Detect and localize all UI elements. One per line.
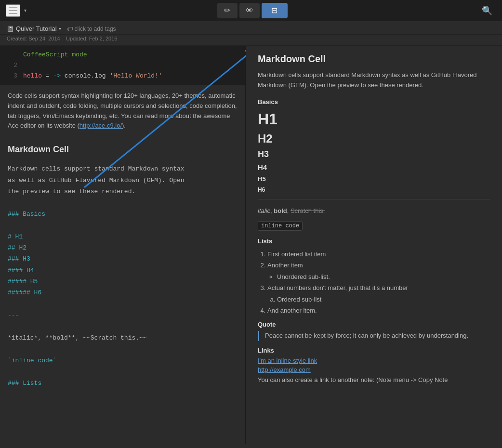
preview-title: Markdown Cell xyxy=(258,53,490,65)
code-line-2: 2 xyxy=(0,60,245,71)
updated-date: Updated: Feb 2, 2016 xyxy=(66,36,117,41)
md-blank-5 xyxy=(8,343,238,355)
ordered-sublist: Ordered sub-list xyxy=(267,294,490,305)
md-blank-3 xyxy=(8,299,238,310)
preview-mode-button[interactable]: 👁 xyxy=(239,3,260,18)
preview-inline-code: inline code xyxy=(258,221,303,231)
unordered-sublist: Unordered sub-list. xyxy=(267,271,490,282)
preview-h3: H3 xyxy=(258,149,490,159)
bold-text: bold xyxy=(274,207,287,214)
code-line-3: 3 hello = -> console.log 'Hello World!' xyxy=(0,71,245,81)
line-num-3: 3 xyxy=(4,71,17,81)
chevron-down-icon: ▾ xyxy=(24,8,26,13)
md-line-2: as well as GitHub Flavored Markdown (GFM… xyxy=(8,175,238,186)
search-icon: 🔍 xyxy=(482,6,492,15)
preview-basics-label: Basics xyxy=(258,98,490,105)
code-comment: CoffeeScript mode xyxy=(23,50,87,60)
list-item-3: Actual numbers don't matter, just that i… xyxy=(267,282,490,305)
editor-prose-text: Code cells support syntax highlighting f… xyxy=(0,85,245,137)
md-h5: ##### H5 xyxy=(8,276,238,287)
notebook-title[interactable]: 📓 Quiver Tutorial ▾ xyxy=(7,25,61,32)
example-link[interactable]: http://example.com xyxy=(258,366,490,373)
editor-panel: CoffeeScript mode 2 3 hello = -> console… xyxy=(0,46,246,444)
main-content: CoffeeScript mode 2 3 hello = -> console… xyxy=(0,46,502,444)
md-code: `inline code` xyxy=(8,355,238,366)
topbar: ▾ ✏ 👁 ⊟ 🔍 xyxy=(0,0,502,21)
notebook-chevron-icon: ▾ xyxy=(59,26,61,31)
search-button[interactable]: 🔍 xyxy=(478,3,496,18)
md-lists: ### Lists xyxy=(8,378,238,389)
meta-row: Created: Sep 24, 2014 Updated: Feb 2, 20… xyxy=(0,35,502,45)
preview-ordered-list: First ordered list item Another item Uno… xyxy=(258,249,490,316)
list-item-2: Another item Unordered sub-list. xyxy=(267,260,490,282)
notebook-header: 📓 Quiver Tutorial ▾ 🏷 click to add tags xyxy=(0,21,502,35)
line-num-1 xyxy=(4,50,17,60)
menu-button[interactable] xyxy=(6,4,20,17)
md-h6: ###### H6 xyxy=(8,287,238,298)
strikethrough-text: Scratch this. xyxy=(291,207,325,214)
topbar-right: 🔍 xyxy=(478,3,496,18)
blockquote-text: Peace cannot be kept by force; it can on… xyxy=(265,332,468,339)
preview-blockquote: Peace cannot be kept by force; it can on… xyxy=(258,331,490,341)
md-blank-6 xyxy=(8,366,238,377)
preview-h4: H4 xyxy=(258,163,490,171)
code-line-comment: CoffeeScript mode xyxy=(0,50,245,60)
pencil-icon: ✏ xyxy=(224,6,230,15)
md-line-3: the preview to see these rendered. xyxy=(8,186,238,197)
md-h4: #### H4 xyxy=(8,265,238,276)
ordered-sublist-item: Ordered sub-list xyxy=(277,294,490,305)
preview-divider xyxy=(258,199,490,199)
topbar-center: ✏ 👁 ⊟ xyxy=(217,3,288,18)
preview-h2: H2 xyxy=(258,132,490,145)
notebook-title-text: Quiver Tutorial xyxy=(16,25,57,32)
split-mode-button[interactable]: ⊟ xyxy=(262,3,288,18)
preview-panel: Markdown Cell Markdown cells support sta… xyxy=(246,46,502,444)
created-date: Created: Sep 24, 2014 xyxy=(7,36,60,41)
tags-area[interactable]: 🏷 click to add tags xyxy=(67,26,116,32)
preview-links-text: You can also create a link to another no… xyxy=(258,375,490,385)
preview-description: Markdown cells support standard Markdown… xyxy=(258,70,490,91)
tag-icon: 🏷 xyxy=(67,26,73,32)
notebook-icon: 📓 xyxy=(7,26,14,32)
sublist-item-1: Unordered sub-list. xyxy=(277,271,490,282)
list-item-1: First ordered list item xyxy=(267,249,490,260)
inline-style-link[interactable]: I'm an inline-style link xyxy=(258,357,490,364)
md-blank-1 xyxy=(8,197,238,208)
italic-text: italic xyxy=(258,207,270,214)
preview-h5: H5 xyxy=(258,175,490,183)
md-separator: --- xyxy=(8,310,238,321)
list-item-4: And another item. xyxy=(267,305,490,316)
md-basics: ### Basics xyxy=(8,209,238,220)
ace-editor-link[interactable]: http://ace.c9.io/ xyxy=(79,122,122,129)
markdown-raw-editor[interactable]: Markdown cells support standard Markdown… xyxy=(0,158,245,394)
markdown-cell-heading: Markdown Cell xyxy=(0,137,245,158)
md-line-1: Markdown cells support standard Markdown… xyxy=(8,163,238,174)
preview-links-label: Links xyxy=(258,347,490,354)
md-h3: ### H3 xyxy=(8,253,238,264)
line-num-2: 2 xyxy=(4,60,17,71)
code-text: hello = -> console.log 'Hello World!' xyxy=(23,71,162,81)
topbar-left: ▾ xyxy=(6,4,26,17)
eye-icon: 👁 xyxy=(246,6,253,15)
md-inline: *italic*, **bold**, ~~Scratch this.~~ xyxy=(8,332,238,343)
md-h2: ## H2 xyxy=(8,242,238,253)
preview-h1: H1 xyxy=(258,110,490,128)
preview-inline-styles: italic, bold, Scratch this. xyxy=(258,205,490,216)
preview-quote-label: Quote xyxy=(258,321,490,328)
markdown-cell-heading-text: Markdown Cell xyxy=(8,145,69,154)
md-h1: # H1 xyxy=(8,231,238,242)
edit-mode-button[interactable]: ✏ xyxy=(217,3,238,18)
preview-h6: H6 xyxy=(258,186,490,193)
preview-lists-label: Lists xyxy=(258,237,490,245)
md-blank-2 xyxy=(8,220,238,231)
split-icon: ⊟ xyxy=(271,6,277,15)
code-block: CoffeeScript mode 2 3 hello = -> console… xyxy=(0,46,245,85)
md-blank-4 xyxy=(8,321,238,332)
tags-placeholder-text: click to add tags xyxy=(75,26,116,32)
